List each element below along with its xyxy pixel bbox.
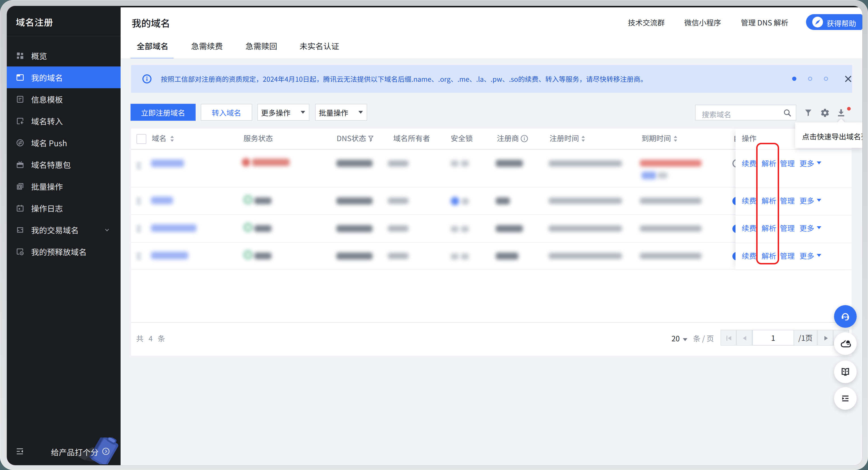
col-domain[interactable]: 域名 (152, 133, 166, 143)
sidebar-menu: 概览 我的域名 信息模板 (7, 45, 121, 262)
sidebar-title: 域名注册 (16, 15, 53, 28)
ops-row: 续费 解析 管理 更多 (736, 215, 851, 243)
col-dns-status: DNS状态 (337, 133, 366, 143)
manage-link[interactable]: 管理 (780, 250, 795, 261)
sidebar-item-batch-ops[interactable]: 批量操作 (7, 175, 121, 197)
sidebar-item-my-domains[interactable]: 我的域名 (7, 66, 121, 88)
tab-need-redeem[interactable]: 急需赎回 (245, 40, 277, 52)
tab-not-verified[interactable]: 未实名认证 (300, 40, 339, 52)
col-expire-time[interactable]: 到期时间 (642, 133, 671, 143)
col-service-status: 服务状态 (244, 133, 273, 143)
row-checkbox[interactable] (136, 225, 141, 233)
batch-actions-button[interactable]: 批量操作 (315, 104, 367, 121)
carousel-dot[interactable] (824, 77, 828, 81)
row-checkbox[interactable] (136, 197, 141, 205)
prev-page-button[interactable] (736, 330, 752, 345)
domain-link-blurred[interactable] (151, 160, 184, 167)
col-reg-time[interactable]: 注册时间 (550, 133, 579, 143)
registrar-info-icon[interactable] (520, 135, 528, 142)
sidebar-item-trade-domains[interactable]: 我的交易域名 (7, 219, 121, 241)
select-all-checkbox[interactable] (136, 134, 146, 144)
lock-blurred (451, 254, 459, 260)
renew-link[interactable]: 续费 (742, 158, 756, 168)
page-number-input[interactable]: 1 (752, 330, 794, 345)
manage-link[interactable]: 管理 (780, 195, 795, 206)
sidebar-item-domain-push[interactable]: 域名 Push (7, 132, 121, 154)
tab-all-domains[interactable]: 全部域名 (137, 40, 168, 52)
sidebar-item-info-template[interactable]: 信息模板 (7, 88, 121, 110)
sidebar-item-operation-log[interactable]: 操作日志 (7, 197, 121, 219)
search-input[interactable]: 搜索域名 (695, 105, 796, 121)
guide-fab[interactable] (834, 387, 857, 410)
highlight-red-box (756, 143, 779, 264)
search-icon[interactable] (783, 108, 792, 118)
more-link[interactable]: 更多 (800, 223, 814, 233)
banner-close-icon[interactable] (843, 74, 853, 84)
sort-icon[interactable] (673, 135, 678, 142)
row-checkbox[interactable] (136, 162, 141, 170)
reg-time-blurred (549, 225, 622, 232)
renew-link[interactable]: 续费 (742, 223, 756, 233)
support-fab[interactable] (834, 305, 857, 328)
gear-icon[interactable] (820, 108, 830, 118)
renew-link[interactable]: 续费 (742, 250, 756, 261)
expire-time-blurred-red (640, 160, 702, 167)
sidebar-item-label: 批量操作 (31, 181, 63, 192)
renew-link[interactable]: 续费 (742, 195, 756, 206)
ops-row: 续费 解析 管理 更多 (736, 243, 851, 269)
sidebar-item-overview[interactable]: 概览 (7, 45, 121, 66)
dns-filter-icon[interactable] (368, 135, 374, 142)
main-header: 我的域名 技术交流群 微信小程序 管理 DNS 解析 获得帮助 全部域名 急需续… (121, 7, 862, 58)
sidebar-item-domain-deals[interactable]: 域名特惠包 (7, 154, 121, 175)
page-size-value: 20 (672, 333, 680, 343)
row-checkbox[interactable] (136, 252, 141, 261)
sort-icon[interactable] (580, 135, 586, 142)
first-page-button[interactable] (720, 330, 736, 345)
sidebar: 域名注册 概览 我的域名 (7, 6, 121, 465)
domain-link-blurred[interactable] (151, 252, 188, 259)
docs-fab[interactable] (834, 361, 857, 383)
total-pages-label: /1页 (794, 330, 817, 345)
page-size-select[interactable]: 20 (672, 333, 688, 343)
ops-row: 续费 解析 管理 更多 (736, 149, 851, 188)
more-link[interactable]: 更多 (800, 158, 814, 168)
more-actions-button[interactable]: 更多操作 (257, 104, 309, 121)
sort-icon[interactable] (169, 135, 175, 142)
download-icon[interactable] (837, 108, 846, 118)
sidebar-item-pre-release[interactable]: 我的预释放域名 (7, 241, 121, 262)
tab-need-renew[interactable]: 急需续费 (191, 40, 223, 52)
manage-link[interactable]: 管理 (780, 223, 795, 233)
rate-product-label[interactable]: 给产品打个分 (51, 446, 98, 458)
cloud-notification-fab[interactable] (834, 332, 857, 355)
sidebar-item-label: 我的域名 (31, 72, 63, 83)
lock-blurred (461, 198, 469, 204)
dns-status-blurred (336, 225, 373, 232)
collapse-sidebar-icon[interactable] (16, 447, 24, 455)
status-text-blurred (254, 253, 272, 259)
calendar-icon (16, 204, 24, 212)
manage-link[interactable]: 管理 (780, 158, 795, 168)
more-link[interactable]: 更多 (800, 250, 814, 261)
header-link-dns[interactable]: 管理 DNS 解析 (741, 17, 788, 27)
carousel-dot[interactable] (808, 77, 812, 81)
sidebar-item-transfer-in[interactable]: 域名转入 (7, 110, 121, 132)
more-link[interactable]: 更多 (800, 195, 814, 206)
carousel-dot-active[interactable] (792, 77, 796, 81)
filter-icon[interactable] (804, 108, 813, 118)
header-link-miniprogram[interactable]: 微信小程序 (684, 17, 721, 27)
domain-link-blurred[interactable] (151, 197, 173, 204)
domain-link-blurred[interactable] (151, 224, 196, 232)
col-owner: 域名所有者 (393, 133, 430, 143)
chevron-right-circle-icon[interactable] (102, 447, 110, 455)
banner-carousel-dots[interactable] (792, 77, 829, 81)
lock-blurred (461, 254, 469, 260)
next-page-button[interactable] (817, 330, 833, 345)
tag-blurred (657, 172, 668, 179)
header-link-tech-group[interactable]: 技术交流群 (628, 17, 665, 27)
register-domain-button[interactable]: 立即注册域名 (130, 104, 196, 121)
transfer-domain-button[interactable]: 转入域名 (201, 104, 252, 121)
tooltip-text: 点击快速导出域名列表 (802, 131, 862, 141)
lock-blurred (451, 226, 459, 232)
help-button-label: 获得帮助 (827, 18, 856, 28)
get-help-button[interactable]: 获得帮助 (806, 14, 862, 30)
